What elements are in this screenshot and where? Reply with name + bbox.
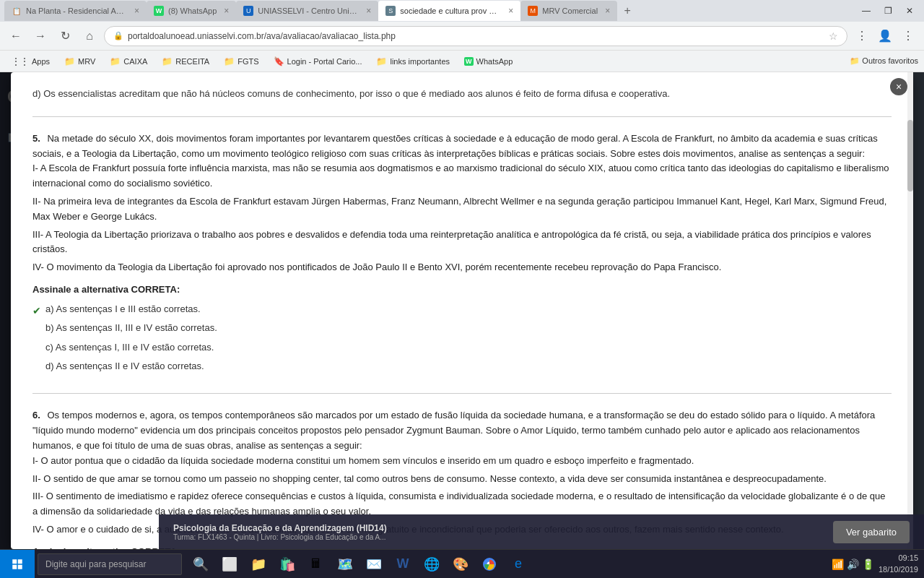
- q5-stmt-3: III- A Teologia da Libertação priorizava…: [32, 228, 892, 258]
- minimize-button[interactable]: —: [856, 3, 876, 19]
- bookmark-caixa[interactable]: 📁 CAIXA: [104, 54, 153, 69]
- taskbar-word-icon[interactable]: W: [390, 551, 416, 577]
- tray-volume[interactable]: 🔊: [847, 558, 859, 570]
- taskbar-explorer-icon[interactable]: 📁: [245, 551, 271, 577]
- system-clock[interactable]: 09:15 18/10/2019: [879, 553, 918, 575]
- taskbar-edge-icon[interactable]: e: [505, 551, 531, 577]
- tab4-close[interactable]: ×: [508, 6, 513, 16]
- nav-right-buttons: ⋮ 👤 ⋮: [852, 26, 918, 46]
- divider-1: [32, 116, 892, 117]
- browser-tab-4[interactable]: S sociedade e cultura prov 1 unias... ×: [378, 1, 520, 21]
- taskbar-app-icons: 🔍 ⬜ 📁 🛍️ 🖩 🗺️ ✉️ W 🌐 🎨 e: [188, 551, 531, 577]
- bookmark-fgts-label: FGTS: [237, 57, 258, 66]
- tab3-favicon: U: [243, 6, 253, 16]
- bookmarks-bar: ⋮⋮ Apps 📁 MRV 📁 CAIXA 📁 RECEITA 📁 FGTS 🔖…: [0, 51, 924, 72]
- tab5-label: MRV Comercial: [542, 7, 598, 15]
- secure-icon: 🔒: [113, 31, 123, 40]
- q5-check-b: ✔: [32, 322, 41, 337]
- tab3-close[interactable]: ×: [366, 6, 371, 16]
- q5-alt-c-text: c) As sentenças I, III e IV estão corret…: [45, 340, 214, 355]
- q5-alt-d-text: d) As sentenças II e IV estão corretas.: [45, 359, 204, 374]
- q5-alt-c[interactable]: ✔ c) As sentenças I, III e IV estão corr…: [32, 340, 892, 357]
- title-bar: 📋 Na Planta - Residencial Amaro |... × W…: [0, 0, 924, 22]
- q6-body: Os tempos modernos e, agora, os tempos c…: [32, 410, 875, 451]
- forward-button[interactable]: →: [30, 26, 51, 46]
- new-tab-button[interactable]: +: [617, 1, 637, 21]
- browser-tab-5[interactable]: M MRV Comercial ×: [520, 1, 617, 21]
- q5-alt-d[interactable]: ✔ d) As sentenças II e IV estão corretas…: [32, 359, 892, 376]
- bookmark-mrv[interactable]: 📁 MRV: [58, 54, 101, 69]
- tab4-favicon: S: [385, 6, 396, 16]
- fgts-folder-icon: 📁: [224, 56, 235, 66]
- bookmark-fgts[interactable]: 📁 FGTS: [218, 54, 264, 69]
- bookmark-login[interactable]: 🔖 Login - Portal Cario...: [268, 54, 368, 69]
- bookmark-caixa-label: CAIXA: [123, 57, 147, 66]
- close-button[interactable]: ✕: [899, 3, 920, 19]
- tab1-close[interactable]: ×: [134, 6, 139, 16]
- bookmark-links[interactable]: 📁 links importantes: [370, 54, 456, 69]
- q5-stmt-4: IV- O movimento da Teologia da Libertaçã…: [32, 260, 892, 275]
- bookmark-whatsapp-label: WhatsApp: [476, 57, 513, 66]
- search-placeholder: Digite aqui para pesquisar: [45, 559, 146, 569]
- q5-number: 5.: [32, 133, 40, 144]
- q5-alt-label: Assinale a alternativa CORRETA:: [32, 282, 892, 298]
- back-button[interactable]: ←: [6, 26, 26, 46]
- modal-dialog: × d) Os essencialistas acreditam que não…: [11, 72, 913, 549]
- taskbar-mail-icon[interactable]: ✉️: [361, 551, 387, 577]
- login-icon: 🔖: [274, 56, 284, 66]
- taskbar-calc-icon[interactable]: 🖩: [303, 551, 329, 577]
- caixa-folder-icon: 📁: [110, 56, 121, 66]
- taskbar-task-icon[interactable]: ⬜: [217, 551, 243, 577]
- tab5-close[interactable]: ×: [605, 6, 610, 16]
- q5-stmt-1: I- A Escola de Frankfurt possuía forte i…: [32, 161, 892, 191]
- taskbar-search[interactable]: Digite aqui para pesquisar: [38, 553, 182, 575]
- modal-close-button[interactable]: ×: [890, 78, 907, 95]
- q5-alt-a[interactable]: ✔ a) As sentenças I e III estão corretas…: [32, 302, 892, 319]
- q6-stmt-1: I- O autor pontua que o cidadão da líqui…: [32, 454, 892, 469]
- scrollbar-track[interactable]: [907, 72, 913, 549]
- receita-folder-icon: 📁: [162, 56, 173, 66]
- address-text: portaldoalunoead.uniasselvi.com.br/ava/a…: [128, 31, 824, 41]
- q5-alt-b[interactable]: ✔ b) As sentenças II, III e IV estão cor…: [32, 321, 892, 337]
- taskbar-maps-icon[interactable]: 🗺️: [332, 551, 358, 577]
- q5-alt-b-text: b) As sentenças II, III e IV estão corre…: [45, 321, 217, 336]
- taskbar-search-icon[interactable]: 🔍: [188, 551, 214, 577]
- tab2-close[interactable]: ×: [224, 6, 229, 16]
- bookmark-whatsapp[interactable]: W WhatsApp: [458, 55, 518, 68]
- q5-statements: I- A Escola de Frankfurt possuía forte i…: [32, 161, 892, 275]
- q6-stmt-2: II- O sentido de que amar se tornou como…: [32, 472, 892, 487]
- tab4-label: sociedade e cultura prov 1 unias...: [400, 7, 501, 15]
- bookmark-mrv-label: MRV: [78, 57, 95, 66]
- modal-body[interactable]: d) Os essencialistas acreditam que não h…: [11, 72, 913, 549]
- scrollbar-thumb[interactable]: [907, 120, 913, 191]
- other-favorites[interactable]: 📁 Outros favoritos: [850, 56, 918, 66]
- tray-battery[interactable]: 🔋: [862, 558, 874, 570]
- bookmark-star[interactable]: ☆: [829, 30, 838, 42]
- whatsapp-icon: W: [464, 57, 474, 66]
- browser-tab-2[interactable]: W (8) WhatsApp ×: [147, 1, 236, 21]
- taskbar-ie-icon[interactable]: 🌐: [419, 551, 445, 577]
- browser-tab-3[interactable]: U UNIASSELVI - Centro Universitár... ×: [236, 1, 378, 21]
- ver-gabarito-button[interactable]: Ver gabarito: [833, 521, 910, 543]
- profile-button[interactable]: 👤: [875, 26, 895, 46]
- taskbar-store-icon[interactable]: 🛍️: [274, 551, 300, 577]
- bookmark-receita[interactable]: 📁 RECEITA: [156, 54, 215, 69]
- taskbar-chrome-icon[interactable]: [476, 551, 502, 577]
- start-button[interactable]: [0, 550, 35, 579]
- refresh-button[interactable]: ↻: [55, 26, 75, 46]
- taskbar-paint-icon[interactable]: 🎨: [448, 551, 474, 577]
- address-bar[interactable]: 🔒 portaldoalunoead.uniasselvi.com.br/ava…: [104, 26, 847, 46]
- maximize-button[interactable]: ❐: [878, 3, 898, 19]
- tray-network[interactable]: 📶: [832, 558, 844, 570]
- system-tray: 📶 🔊 🔋: [832, 558, 874, 570]
- other-fav-icon: 📁: [850, 56, 860, 65]
- bookmark-apps[interactable]: ⋮⋮ Apps: [6, 54, 56, 69]
- menu-button[interactable]: ⋮: [898, 26, 918, 46]
- tab1-label: Na Planta - Residencial Amaro |...: [26, 7, 127, 15]
- home-button[interactable]: ⌂: [79, 26, 100, 46]
- browser-tab-1[interactable]: 📋 Na Planta - Residencial Amaro |... ×: [4, 1, 147, 21]
- bookmark-receita-label: RECEITA: [175, 57, 209, 66]
- course-title: Psicologia da Educação e da Aprendizagem…: [173, 523, 826, 533]
- taskbar: Digite aqui para pesquisar 🔍 ⬜ 📁 🛍️ 🖩 🗺️…: [0, 549, 924, 578]
- extensions-button[interactable]: ⋮: [852, 26, 872, 46]
